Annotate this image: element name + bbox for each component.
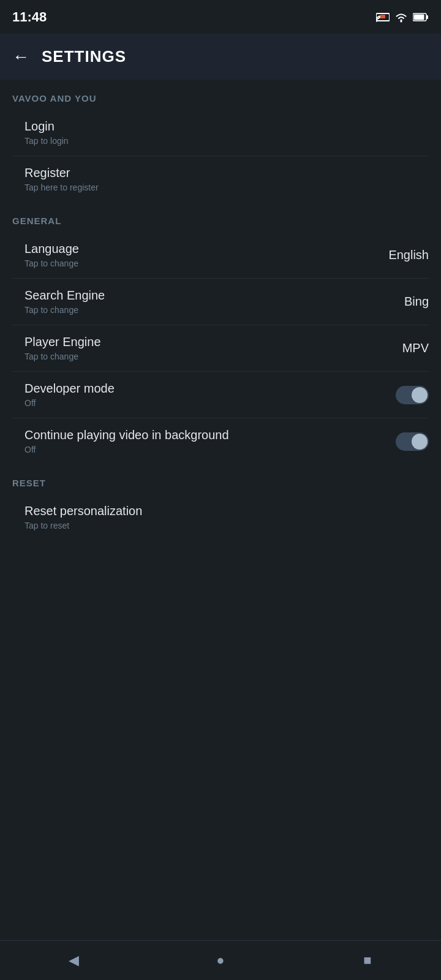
reset-personalization-title: Reset personalization <box>24 504 142 518</box>
section-header-reset: RESET <box>0 464 441 494</box>
search-engine-title: Search Engine <box>24 288 105 303</box>
settings-item-continue-playing[interactable]: Continue playing video in background Off <box>0 418 441 464</box>
settings-item-register[interactable]: Register Tap here to register <box>0 156 441 202</box>
register-subtitle: Tap here to register <box>24 183 99 192</box>
player-engine-subtitle: Tap to change <box>24 352 101 361</box>
nav-bar: ◀ ● ■ <box>0 940 441 980</box>
register-title: Register <box>24 166 99 180</box>
nav-home-button[interactable]: ● <box>196 945 245 976</box>
settings-item-search-engine[interactable]: Search Engine Tap to change Bing <box>0 279 441 325</box>
status-icons <box>376 12 429 23</box>
search-engine-value: Bing <box>404 295 429 309</box>
wifi-icon <box>394 12 408 23</box>
status-time: 11:48 <box>12 9 47 25</box>
language-value: English <box>388 248 429 262</box>
settings-item-login[interactable]: Login Tap to login <box>0 110 441 156</box>
svg-rect-2 <box>380 15 385 18</box>
player-engine-title: Player Engine <box>24 335 101 349</box>
toggle-thumb <box>412 387 428 403</box>
continue-playing-toggle[interactable] <box>396 432 429 451</box>
page-title: SETTINGS <box>42 47 126 66</box>
settings-item-developer-mode[interactable]: Developer mode Off <box>0 372 441 418</box>
login-subtitle: Tap to login <box>24 136 69 146</box>
cast-icon <box>376 12 390 22</box>
battery-icon <box>413 12 429 22</box>
language-title: Language <box>24 242 79 256</box>
search-engine-subtitle: Tap to change <box>24 305 105 315</box>
settings-item-reset-personalization[interactable]: Reset personalization Tap to reset <box>0 494 441 540</box>
developer-mode-title: Developer mode <box>24 382 115 396</box>
back-button[interactable]: ← <box>12 47 29 67</box>
nav-back-button[interactable]: ◀ <box>49 945 98 976</box>
language-subtitle: Tap to change <box>24 258 79 268</box>
continue-playing-subtitle: Off <box>24 445 229 454</box>
svg-rect-4 <box>414 14 424 20</box>
status-bar: 11:48 <box>0 0 441 34</box>
settings-item-language[interactable]: Language Tap to change English <box>0 232 441 278</box>
svg-rect-5 <box>426 15 428 19</box>
section-header-vavoo: VAVOO AND YOU <box>0 80 441 110</box>
settings-content: VAVOO AND YOU Login Tap to login Registe… <box>0 80 441 940</box>
login-title: Login <box>24 119 69 134</box>
developer-mode-toggle[interactable] <box>396 386 429 404</box>
toolbar: ← SETTINGS <box>0 34 441 80</box>
settings-item-player-engine[interactable]: Player Engine Tap to change MPV <box>0 325 441 371</box>
player-engine-value: MPV <box>402 341 429 355</box>
nav-recents-button[interactable]: ■ <box>343 945 392 976</box>
toggle-thumb <box>412 434 428 450</box>
developer-mode-subtitle: Off <box>24 398 115 408</box>
reset-personalization-subtitle: Tap to reset <box>24 521 142 530</box>
continue-playing-title: Continue playing video in background <box>24 428 229 442</box>
section-header-general: GENERAL <box>0 202 441 232</box>
